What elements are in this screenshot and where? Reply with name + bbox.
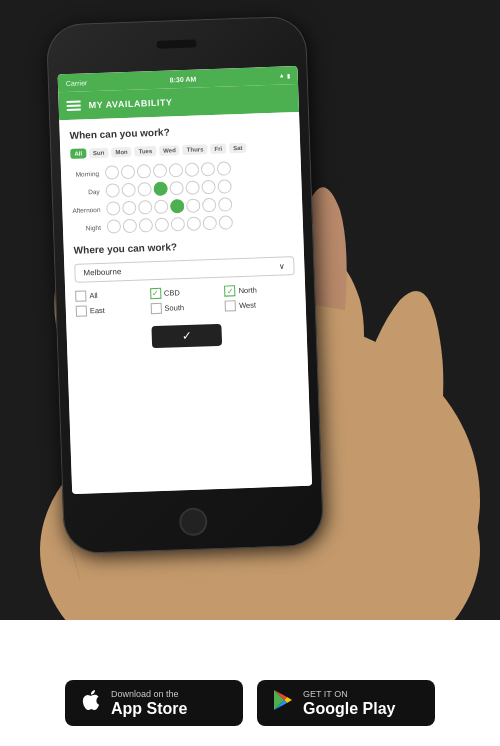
when-section-title: When can you work?	[70, 122, 290, 141]
checkbox-east: East	[76, 303, 147, 316]
day-label: Day	[72, 187, 104, 195]
day-btn-sat[interactable]: Sat	[229, 143, 247, 154]
phone: Carrier 8:30 AM ▲ ▮ MY AVAILABILITY	[46, 16, 324, 555]
chevron-down-icon: ∨	[279, 261, 285, 270]
google-play-text: GET IT ON Google Play	[303, 689, 395, 717]
morning-sun[interactable]	[121, 165, 135, 179]
location-checkboxes: All ✓ CBD ✓ North	[75, 283, 296, 317]
phone-camera	[156, 39, 196, 48]
location-dropdown[interactable]: Melbourne ∨	[74, 256, 295, 283]
app-store-top-label: Download on the	[111, 689, 187, 700]
afternoon-fri[interactable]	[202, 198, 216, 212]
google-play-icon	[271, 688, 295, 718]
availability-grid: Morning	[71, 159, 293, 235]
day-sat[interactable]	[217, 179, 231, 193]
google-play-main-label: Google Play	[303, 700, 395, 718]
submit-icon: ✓	[182, 329, 192, 343]
afternoon-tues[interactable]	[154, 200, 168, 214]
checkbox-north-label: North	[238, 285, 257, 295]
morning-thurs[interactable]	[185, 162, 199, 176]
checkbox-west-label: West	[239, 301, 256, 311]
checkbox-north: ✓ North	[224, 283, 295, 296]
app-store-main-label: App Store	[111, 700, 187, 718]
night-fri[interactable]	[203, 216, 217, 230]
day-sun[interactable]	[121, 183, 135, 197]
checkbox-east-input[interactable]	[76, 305, 87, 316]
night-mon[interactable]	[139, 218, 153, 232]
carrier-label: Carrier	[66, 79, 88, 87]
day-wed[interactable]	[169, 181, 183, 195]
day-all[interactable]	[105, 183, 119, 197]
night-tues[interactable]	[155, 218, 169, 232]
scene: Carrier 8:30 AM ▲ ▮ MY AVAILABILITY	[0, 0, 500, 746]
night-label: Night	[73, 223, 105, 231]
battery-icon: ▮	[287, 72, 290, 79]
hamburger-icon[interactable]	[67, 101, 81, 111]
google-play-top-label: GET IT ON	[303, 689, 395, 700]
checkbox-all-label: All	[89, 291, 98, 300]
afternoon-sat[interactable]	[218, 197, 232, 211]
morning-tues[interactable]	[153, 164, 167, 178]
afternoon-all[interactable]	[106, 201, 120, 215]
day-btn-sun[interactable]: Sun	[89, 148, 109, 159]
checkbox-west-input[interactable]	[225, 300, 236, 311]
day-selector: All Sun Mon Tues Wed Thurs Fri Sat	[70, 141, 290, 159]
afternoon-thurs[interactable]	[186, 198, 200, 212]
checkbox-south: South	[150, 301, 221, 314]
where-section-title: Where you can work?	[74, 237, 294, 256]
night-wed[interactable]	[171, 217, 185, 231]
day-btn-fri[interactable]: Fri	[210, 143, 226, 154]
dark-background: Carrier 8:30 AM ▲ ▮ MY AVAILABILITY	[0, 0, 500, 620]
day-tues[interactable]	[153, 182, 167, 196]
morning-fri[interactable]	[201, 162, 215, 176]
morning-label: Morning	[71, 169, 103, 177]
night-thurs[interactable]	[187, 216, 201, 230]
morning-all[interactable]	[105, 165, 119, 179]
day-btn-all[interactable]: All	[70, 148, 86, 159]
phone-home-button[interactable]	[179, 507, 208, 536]
app-content: When can you work? All Sun Mon Tues Wed …	[59, 112, 312, 494]
afternoon-mon[interactable]	[138, 200, 152, 214]
time-label: 8:30 AM	[170, 75, 197, 83]
day-mon[interactable]	[137, 182, 151, 196]
store-buttons-area: Download on the App Store GET IT ON Goog…	[50, 680, 450, 726]
afternoon-sun[interactable]	[122, 201, 136, 215]
night-sun[interactable]	[123, 219, 137, 233]
day-btn-tues[interactable]: Tues	[134, 146, 156, 157]
day-thurs[interactable]	[185, 180, 199, 194]
day-btn-thurs[interactable]: Thurs	[183, 144, 208, 155]
submit-button[interactable]: ✓	[151, 324, 222, 348]
submit-area: ✓	[76, 321, 297, 351]
location-value: Melbourne	[83, 267, 121, 277]
checkbox-all: All	[75, 288, 146, 301]
status-icons: ▲ ▮	[279, 72, 290, 79]
checkbox-cbd: ✓ CBD	[150, 286, 221, 299]
phone-body: Carrier 8:30 AM ▲ ▮ MY AVAILABILITY	[46, 16, 324, 555]
checkbox-cbd-input[interactable]: ✓	[150, 288, 161, 299]
checkbox-north-input[interactable]: ✓	[224, 285, 235, 296]
night-row: Night	[73, 213, 293, 235]
afternoon-label: Afternoon	[72, 205, 104, 213]
google-play-button[interactable]: GET IT ON Google Play	[257, 680, 435, 726]
day-fri[interactable]	[201, 180, 215, 194]
night-sat[interactable]	[219, 215, 233, 229]
apple-icon	[79, 688, 103, 718]
checkbox-south-input[interactable]	[150, 303, 161, 314]
checkbox-south-label: South	[164, 303, 184, 313]
phone-screen: Carrier 8:30 AM ▲ ▮ MY AVAILABILITY	[58, 66, 313, 494]
app-title: MY AVAILABILITY	[88, 97, 172, 110]
app-store-button[interactable]: Download on the App Store	[65, 680, 243, 726]
checkbox-east-label: East	[90, 306, 105, 316]
morning-sat[interactable]	[217, 161, 231, 175]
afternoon-wed[interactable]	[170, 199, 184, 213]
checkbox-cbd-label: CBD	[164, 288, 180, 298]
checkbox-west: West	[225, 298, 296, 311]
app-store-text: Download on the App Store	[111, 689, 187, 717]
checkbox-all-input[interactable]	[75, 290, 86, 301]
day-btn-mon[interactable]: Mon	[111, 147, 132, 158]
wifi-icon: ▲	[279, 72, 285, 78]
day-btn-wed[interactable]: Wed	[159, 145, 180, 156]
morning-mon[interactable]	[137, 164, 151, 178]
morning-wed[interactable]	[169, 163, 183, 177]
night-all[interactable]	[107, 219, 121, 233]
